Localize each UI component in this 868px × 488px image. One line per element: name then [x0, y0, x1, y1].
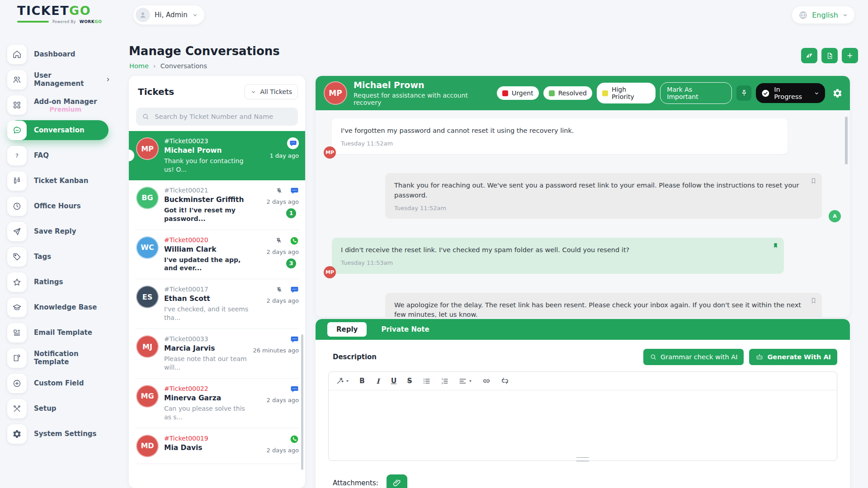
underline-tool[interactable]: U	[391, 377, 397, 385]
messages-scrollbar[interactable]	[845, 117, 848, 164]
sidebar-item-label: FAQ	[34, 151, 49, 160]
pin-off-icon[interactable]	[275, 187, 283, 195]
message-thread[interactable]: I've forgotten my password and cannot re…	[316, 110, 850, 317]
ticket-list-item[interactable]: MP #Ticket00023 Michael Prown Thank you …	[129, 131, 305, 180]
ticket-id: #Ticket00022	[164, 385, 252, 392]
sidebar-item-ticket-kanban[interactable]: Ticket Kanban	[7, 171, 111, 191]
bookmark-filled-icon[interactable]	[772, 242, 779, 249]
pin-off-icon[interactable]	[275, 237, 283, 244]
tab-reply[interactable]: Reply	[327, 322, 367, 337]
ticket-search[interactable]	[136, 108, 298, 126]
ticket-name: Mia Davis	[164, 444, 252, 452]
sidebar-item-label: Save Reply	[34, 227, 76, 235]
sidebar-item-user-management[interactable]: User Management	[7, 70, 111, 89]
strikethrough-tool[interactable]: S	[406, 377, 413, 385]
ticket-list-item[interactable]: MG #Ticket00022 Minerva Garza Can you pl…	[129, 379, 305, 428]
avatar: MD	[136, 435, 159, 457]
bold-tool[interactable]: B	[359, 377, 365, 385]
message-customer: I've forgotten my password and cannot re…	[326, 118, 838, 154]
ticket-list-item[interactable]: MJ #Ticket00033 Marcia Jarvis Please not…	[129, 329, 305, 378]
label-urgent[interactable]: Urgent	[497, 86, 539, 100]
pin-button[interactable]	[736, 85, 752, 101]
status-dropdown[interactable]: In Progress	[756, 83, 825, 103]
sidebar-item-label: Custom Field	[34, 379, 84, 387]
sidebar-item-label: Office Hours	[34, 202, 81, 210]
label-high-priority[interactable]: High Priority	[597, 83, 656, 103]
ticket-filter-dropdown[interactable]: All Tickets	[245, 84, 298, 99]
chevron-down-icon	[842, 12, 848, 18]
export-document-button[interactable]	[821, 48, 838, 63]
generate-ai-button[interactable]: Generate With AI	[749, 349, 837, 365]
search-input[interactable]	[154, 113, 292, 121]
ticket-name: Minerva Garza	[164, 394, 252, 402]
language-selector[interactable]: English	[792, 6, 854, 23]
bullet-list-tool[interactable]	[422, 377, 431, 385]
customer-name: Michael Prown	[354, 80, 497, 90]
sidebar-item-label: Knowledge Base	[34, 303, 97, 311]
attachments-label: Attachments:	[333, 479, 378, 487]
tickets-panel: Tickets All Tickets MP #Ticket00023 Mich…	[129, 76, 305, 488]
editor-resize-handle[interactable]	[576, 457, 589, 461]
sidebar-item-knowledge-base[interactable]: Knowledge Base	[7, 297, 111, 317]
pin-off-icon[interactable]	[275, 286, 283, 294]
unlink-tool[interactable]	[500, 376, 509, 385]
ticket-preview: Can you please solve this as s...	[164, 404, 252, 422]
high-priority-color-swatch	[602, 90, 608, 96]
ticket-list-item[interactable]: BG #Ticket00021 Buckminster Griffith Got…	[129, 180, 305, 230]
sidebar-item-ratings[interactable]: Ratings	[7, 272, 111, 292]
app-logo[interactable]: TICKETGO Powered By WORKGO	[17, 5, 103, 24]
breadcrumb-separator: ›	[153, 62, 156, 70]
sidebar-item-faq[interactable]: ? FAQ	[7, 145, 111, 165]
align-tool[interactable]	[458, 377, 472, 385]
link-tool[interactable]	[482, 376, 491, 385]
chat-channel-icon	[290, 335, 299, 344]
zendesk-button[interactable]	[801, 48, 817, 63]
search-icon	[142, 113, 149, 121]
italic-tool[interactable]: I	[375, 377, 381, 385]
sidebar-item-addon-manager[interactable]: Add-on Manager Premium	[7, 95, 111, 115]
rich-text-editor[interactable]: B I U S 12	[328, 371, 837, 461]
sidebar-item-system-settings[interactable]: System Settings	[7, 424, 111, 444]
avatar: A	[829, 210, 841, 222]
sidebar-item-tags[interactable]: Tags	[7, 247, 111, 267]
conversation-settings-button[interactable]	[832, 88, 843, 99]
add-ticket-button[interactable]	[842, 48, 858, 63]
user-menu[interactable]: Hi, Admin	[133, 5, 204, 24]
reply-panel: Reply Private Note Description Grammar c…	[316, 319, 850, 488]
conversation-panel: MP Michael Prown Request for assistance …	[316, 76, 850, 317]
active-row-notch	[129, 150, 134, 161]
attach-file-button[interactable]	[387, 474, 407, 488]
ticket-preview: I've checked, and it seems tha...	[164, 305, 252, 322]
avatar: MP	[324, 266, 336, 278]
ticket-list-item[interactable]: WC #Ticket00020 William Clark I've updat…	[129, 230, 305, 279]
label-resolved[interactable]: Resolved	[543, 86, 592, 100]
grid-icon	[7, 95, 27, 115]
grammar-check-button[interactable]: Grammar check with AI	[643, 349, 744, 365]
chat-channel-icon	[290, 385, 299, 394]
whatsapp-channel-icon	[290, 435, 299, 444]
bookmark-icon[interactable]	[810, 297, 817, 305]
ticket-id: #Ticket00020	[164, 236, 252, 244]
sidebar-item-office-hours[interactable]: Office Hours	[7, 196, 111, 216]
urgent-color-swatch	[502, 90, 508, 96]
mark-important-button[interactable]: Mark As Important	[660, 82, 731, 104]
sidebar-item-conversation[interactable]: Conversation	[7, 120, 108, 140]
clock-icon	[7, 197, 27, 216]
sidebar-item-notification-template[interactable]: Notification Template	[7, 348, 111, 368]
sidebar-item-save-reply[interactable]: Save Reply	[7, 221, 111, 241]
tab-private-note[interactable]: Private Note	[381, 325, 429, 333]
numbered-list-tool[interactable]: 12	[440, 377, 449, 385]
editor-content[interactable]	[329, 390, 837, 453]
sidebar-item-setup[interactable]: Setup	[7, 399, 111, 418]
chat-channel-icon	[290, 187, 299, 195]
sidebar-item-dashboard[interactable]: Dashboard	[7, 44, 111, 64]
sidebar-item-email-template[interactable]: Email Template	[7, 323, 111, 343]
language-label: English	[812, 11, 838, 19]
magic-wand-tool[interactable]	[336, 377, 349, 385]
ticket-list-item[interactable]: MD #Ticket00019 Mia Davis 2 days ago	[129, 428, 305, 464]
breadcrumb-home[interactable]: Home	[129, 62, 149, 70]
sidebar-item-custom-field[interactable]: Custom Field	[7, 373, 111, 393]
tickets-scrollbar[interactable]	[301, 334, 303, 470]
ticket-list-item[interactable]: ES #Ticket00017 Ethan Scott I've checked…	[129, 279, 305, 328]
bookmark-icon[interactable]	[810, 177, 817, 185]
